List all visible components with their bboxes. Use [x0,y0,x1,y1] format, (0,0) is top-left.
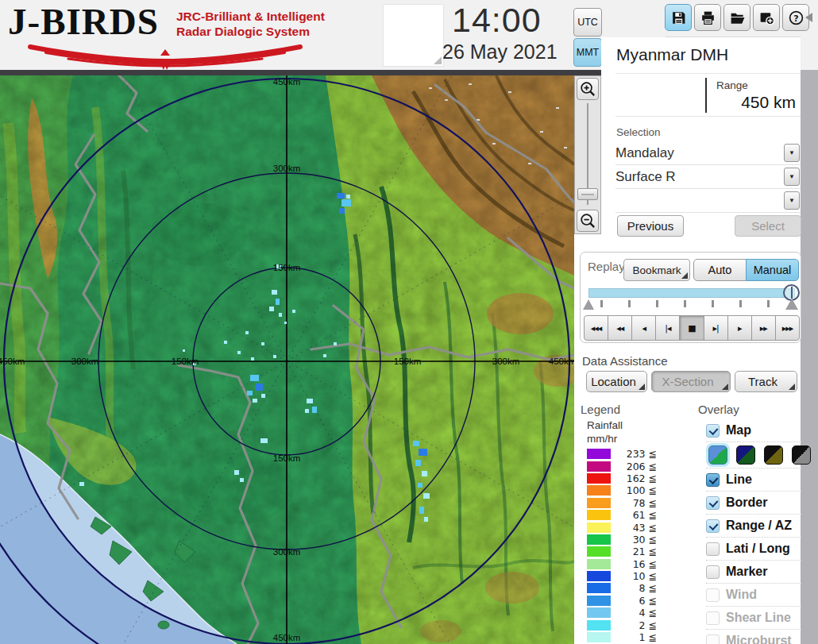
open-button[interactable] [723,4,750,31]
legend-threshold-value: 16 ≦ [611,558,657,570]
legend-threshold-value: 233 ≦ [611,448,657,460]
rewind-button[interactable]: ◂◂ [608,315,632,341]
range-ring-label: 450km [273,633,301,642]
border-checkbox[interactable] [706,496,720,510]
bookmark-button[interactable]: Bookmark [623,259,690,281]
legend-unit-line2: mm/hr [587,433,623,446]
step-forward-button[interactable]: ▸| [704,315,728,341]
range-az-checkbox[interactable] [706,519,720,533]
auto-mode-button[interactable]: Auto [693,259,747,281]
selection-dropdown-button[interactable]: ▼ [784,191,800,210]
select-button[interactable]: Select [735,215,801,237]
app-logo: J-BIRDS JRC-Brilliant & Intelligent Rada… [6,2,324,70]
location-button[interactable]: Location [586,371,647,392]
legend-row: 61 ≦ [587,509,660,521]
rewind-fast-button[interactable]: ◂◂◂ [584,315,608,341]
map-style-2-swatch[interactable] [736,445,755,465]
timezone-mmt-button[interactable]: MMT [573,38,602,67]
legend-color-swatch [587,510,611,520]
rain-echo [334,342,337,345]
data-assistance-label: Data Assistance [582,354,668,368]
zoom-slider-handle[interactable] [577,188,598,200]
legend-row: 206 ≦ [587,460,660,472]
logo-title: J-BIRDS [8,3,159,40]
manual-mode-button[interactable]: Manual [746,259,799,281]
previous-button[interactable]: Previous [617,215,684,237]
clock-time: 14:00 [452,1,542,40]
overlay-item-label: Line [726,472,752,487]
lati-long-checkbox[interactable] [706,542,720,556]
clock-date: 26 May 2021 [442,40,558,64]
timeline-tick [656,300,658,307]
timeline-end-marker[interactable] [785,299,798,310]
track-button-label: Track [735,375,790,388]
selection-dropdown-button[interactable]: ▼ [784,144,800,162]
zoom-out-button[interactable] [577,210,599,232]
rain-echo [337,193,345,199]
location-button-label: Location [587,375,640,388]
radar-map-viewport[interactable]: 450km300km150km150km300km450km450km300km… [0,75,574,644]
rain-echo [183,349,185,352]
x-section-button[interactable]: X-Section [651,371,731,392]
overlay-item-label: Map [726,423,751,438]
map-checkbox[interactable] [706,424,720,438]
rain-echo [269,307,274,311]
rain-echo [79,482,84,486]
step-back-button[interactable]: |◂ [655,315,680,341]
track-button[interactable]: Track [735,371,797,392]
legend-row: 8 ≦ [587,582,660,594]
range-ring-label: 450km [0,357,25,366]
range-ring-label: 300km [71,357,99,366]
map-style-1-swatch[interactable] [708,445,727,465]
play-reverse-button[interactable]: ◂ [631,315,656,341]
timeline-start-marker[interactable] [583,299,594,310]
save-button[interactable] [665,4,692,31]
selection-value: Mandalay [615,145,674,160]
legend-row: 233 ≦ [587,448,660,460]
play-reverse-icon: ◂ [642,323,646,334]
legend-row: 78 ≦ [587,497,660,509]
export-image-button[interactable] [753,4,780,31]
selection-dropdowns: Mandalay▼Surface R▼▼ [615,141,801,213]
forward-fast-button[interactable]: ▸▸▸ [775,315,800,341]
legend-color-swatch [587,559,611,569]
legend-row: 100 ≦ [587,484,660,496]
legend-row: 30 ≦ [587,534,660,546]
marker-checkbox[interactable] [706,565,720,579]
rain-echo [276,299,280,305]
radar-map[interactable]: 450km300km150km150km300km450km450km300km… [0,75,574,644]
overlay-row-border: Border [706,492,801,515]
rain-echo [413,441,419,446]
print-button[interactable] [694,4,721,31]
legend-threshold-value: 162 ≦ [611,472,657,484]
overlay-label: Overlay [698,403,739,416]
menu-corner-icon [681,272,688,279]
overlay-row-map: Map [706,419,801,442]
legend-color-swatch [587,583,611,593]
rain-echo [423,493,430,499]
legend-threshold-value: 1 ≦ [611,631,657,643]
legend-color-swatch [587,449,611,459]
replay-timeline-track[interactable] [588,288,795,298]
map-style-swatches [706,442,801,469]
overlay-item-label: Border [726,496,767,510]
zoom-in-button[interactable] [577,78,599,100]
timezone-utc-button[interactable]: UTC [573,8,602,37]
line-checkbox[interactable] [706,473,720,487]
rain-echo [305,409,309,413]
range-ring-label: 300km [273,164,301,173]
range-ring-label: 450km [273,77,301,87]
legend-threshold-value: 206 ≦ [611,461,657,472]
map-style-4-swatch[interactable] [792,445,811,465]
menu-corner-icon [789,384,795,390]
selection-dropdown-button[interactable]: ▼ [784,168,800,186]
collapse-panel-arrow-icon[interactable] [805,13,812,22]
range-value: 450 km [741,93,796,112]
wind-checkbox [706,588,720,602]
stop-button[interactable]: ■ [679,315,704,341]
play-button[interactable]: ▸ [727,315,752,341]
map-style-3-swatch[interactable] [764,445,783,465]
forward-button[interactable]: ▸▸ [751,315,776,341]
timeline-tick [600,300,603,307]
legend-label: Legend [581,403,620,416]
